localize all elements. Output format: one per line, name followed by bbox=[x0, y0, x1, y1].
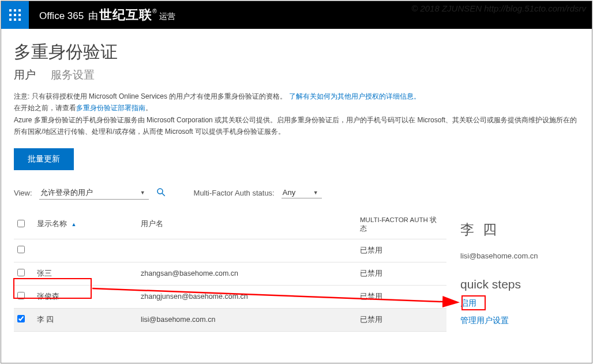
cell-displayname: 张三 bbox=[33, 262, 137, 285]
deploy-guide-link[interactable]: 多重身份验证部署指南 bbox=[76, 104, 145, 112]
chevron-down-icon: ▼ bbox=[313, 190, 318, 196]
selected-user-email: lisi@basehome.com.cn bbox=[460, 252, 573, 260]
waffle-icon bbox=[9, 9, 21, 21]
manage-user-settings-link[interactable]: 管理用户设置 bbox=[460, 316, 573, 326]
cell-mfa-status: 已禁用 bbox=[356, 262, 446, 285]
svg-rect-5 bbox=[18, 14, 21, 16]
sort-asc-icon: ▲ bbox=[71, 222, 76, 227]
cell-mfa-status: 已禁用 bbox=[356, 239, 446, 262]
row-checkbox[interactable] bbox=[17, 269, 25, 276]
brand-21vianet: 世纪互联 bbox=[99, 6, 152, 24]
selected-user-name: 李 四 bbox=[460, 220, 573, 239]
row-checkbox[interactable] bbox=[17, 246, 25, 253]
brand-o365: Office 365 bbox=[39, 10, 84, 22]
cell-mfa-status: 已禁用 bbox=[356, 285, 446, 308]
table-row[interactable]: 李 四lisi@basehome.com.cn已禁用 bbox=[14, 308, 446, 331]
reg-mark: ® bbox=[152, 8, 156, 14]
quick-steps-heading: quick steps bbox=[460, 277, 573, 291]
users-table: 显示名称 ▲ 用户名 MULTI-FACTOR AUTH 状态 已禁用张三zha… bbox=[14, 210, 446, 332]
svg-rect-7 bbox=[14, 18, 16, 21]
tab-users[interactable]: 用户 bbox=[14, 69, 36, 81]
view-label: View: bbox=[14, 189, 32, 197]
bulk-update-button[interactable]: 批量更新 bbox=[14, 148, 74, 170]
notice-paragraph: 注意: 只有获得授权使用 Microsoft Online Services 的… bbox=[14, 91, 579, 138]
brand-operated: 运营 bbox=[159, 12, 175, 22]
mfa-status-select[interactable]: Any ▼ bbox=[282, 187, 322, 198]
svg-rect-8 bbox=[18, 18, 21, 21]
cell-displayname: 张俊森 bbox=[33, 285, 137, 308]
svg-line-10 bbox=[162, 193, 165, 196]
notice1-text: 注意: 只有获得授权使用 Microsoft Online Services 的… bbox=[14, 92, 287, 100]
svg-rect-2 bbox=[18, 9, 21, 12]
notice3-text: Azure 多重身份验证的手机身份验证服务由 Microsoft Corpora… bbox=[14, 116, 577, 136]
row-checkbox[interactable] bbox=[17, 292, 25, 299]
col-display-name[interactable]: 显示名称 ▲ bbox=[33, 210, 137, 239]
cell-username: lisi@basehome.com.cn bbox=[137, 308, 356, 331]
cell-displayname bbox=[33, 239, 137, 262]
svg-rect-4 bbox=[14, 14, 16, 16]
svg-rect-6 bbox=[9, 18, 12, 21]
cell-mfa-status: 已禁用 bbox=[356, 308, 446, 331]
cell-displayname: 李 四 bbox=[33, 308, 137, 331]
row-checkbox[interactable] bbox=[17, 315, 25, 322]
app-launcher-button[interactable] bbox=[1, 1, 29, 29]
enable-link[interactable]: 启用 bbox=[460, 298, 573, 309]
table-row[interactable]: 张三zhangsan@basehome.com.cn已禁用 bbox=[14, 262, 446, 285]
cell-username: zhangjunsen@basehome.com.cn bbox=[137, 285, 356, 308]
details-panel: 李 四 lisi@basehome.com.cn quick steps 启用 … bbox=[446, 210, 579, 332]
search-icon bbox=[156, 187, 166, 197]
svg-rect-3 bbox=[9, 14, 12, 16]
watermark-text: © 2018 ZJUNSEN http://blog.51cto.com/rds… bbox=[411, 3, 586, 13]
svg-point-9 bbox=[157, 189, 163, 194]
view-select[interactable]: 允许登录的用户 ▼ bbox=[39, 186, 149, 200]
mfa-status-value: Any bbox=[283, 188, 295, 197]
notice2-text-a: 在开始之前，请查看 bbox=[14, 104, 76, 112]
chevron-down-icon: ▼ bbox=[140, 190, 145, 196]
cell-username: zhangsan@basehome.com.cn bbox=[137, 262, 356, 285]
table-row[interactable]: 张俊森zhangjunsen@basehome.com.cn已禁用 bbox=[14, 285, 446, 308]
brand-label: Office 365 由 世纪互联 ® 运营 bbox=[29, 6, 175, 24]
tabs: 用户 服务设置 bbox=[14, 67, 579, 82]
select-all-checkbox[interactable] bbox=[17, 220, 25, 227]
page-title: 多重身份验证 bbox=[14, 40, 579, 64]
learn-more-link[interactable]: 了解有关如何为其他用户授权的详细信息。 bbox=[289, 92, 421, 100]
svg-rect-0 bbox=[9, 9, 12, 12]
search-button[interactable] bbox=[156, 187, 166, 199]
col-username[interactable]: 用户名 bbox=[137, 210, 356, 239]
table-row[interactable]: 已禁用 bbox=[14, 239, 446, 262]
view-select-value: 允许登录的用户 bbox=[40, 187, 93, 198]
mfa-status-label: Multi-Factor Auth status: bbox=[194, 189, 275, 197]
col-display-name-label: 显示名称 bbox=[37, 220, 67, 228]
svg-rect-1 bbox=[14, 9, 16, 12]
tab-service-settings[interactable]: 服务设置 bbox=[51, 69, 95, 81]
cell-username bbox=[137, 239, 356, 262]
filters-row: View: 允许登录的用户 ▼ Multi-Factor Auth status… bbox=[14, 186, 579, 200]
brand-by: 由 bbox=[88, 9, 98, 22]
notice2-text-b: 。 bbox=[145, 104, 152, 112]
col-mfa-status[interactable]: MULTI-FACTOR AUTH 状态 bbox=[356, 210, 446, 239]
